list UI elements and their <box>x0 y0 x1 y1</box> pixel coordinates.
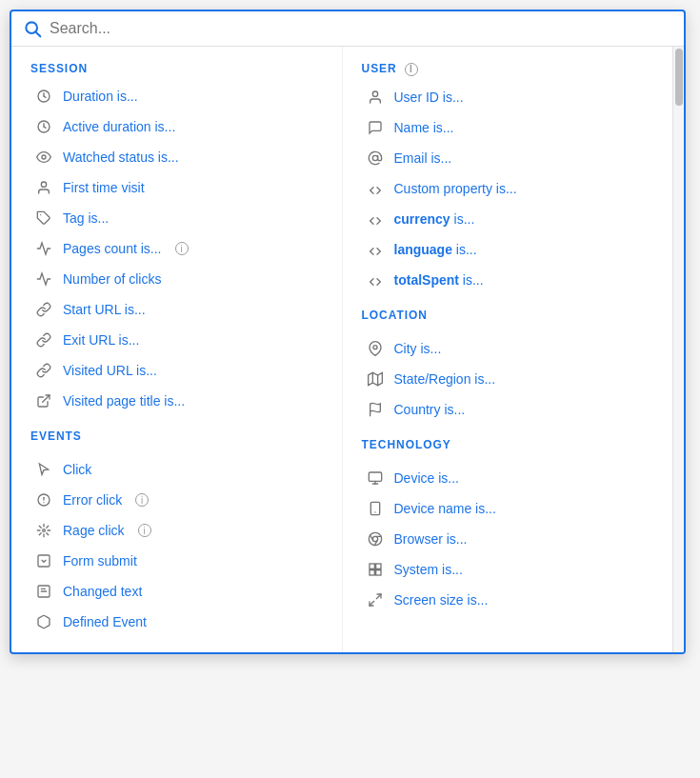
session-item-visited-url[interactable]: Visited URL is... <box>30 355 323 386</box>
form-icon <box>34 551 53 570</box>
user-item-total-spent[interactable]: totalSpent is... <box>362 265 654 295</box>
section-title-session: SESSION <box>30 62 323 75</box>
svg-line-11 <box>43 395 50 402</box>
user-item-name[interactable]: Name is... <box>362 112 654 143</box>
event-item-form-submit[interactable]: Form submit <box>30 546 323 576</box>
search-bar <box>11 11 684 47</box>
session-item-visited-url-label: Visited URL is... <box>63 363 157 378</box>
browser-icon <box>366 529 385 549</box>
error-icon <box>34 490 53 509</box>
event-item-defined-event-label: Defined Event <box>63 614 147 629</box>
text-icon <box>34 582 53 601</box>
section-title-user: USER i <box>362 62 654 76</box>
person-icon-2 <box>366 88 385 107</box>
code-icon-3 <box>366 240 385 259</box>
left-column: SESSION Duration is... Active duration i… <box>11 47 343 652</box>
dropdown-panel: SESSION Duration is... Active duration i… <box>10 10 686 654</box>
svg-point-21 <box>372 155 377 160</box>
person-icon <box>34 178 53 197</box>
user-item-custom-property[interactable]: Custom property is... <box>362 173 654 204</box>
session-item-pages-count[interactable]: Pages count is... i <box>30 233 323 264</box>
session-item-exit-url[interactable]: Exit URL is... <box>30 325 323 355</box>
tech-item-browser[interactable]: Browser is... <box>362 524 654 554</box>
session-item-duration-label: Duration is... <box>63 89 138 104</box>
user-item-custom-property-label: Custom property is... <box>394 181 517 196</box>
search-input[interactable] <box>50 20 672 37</box>
location-item-country[interactable]: Country is... <box>362 394 654 425</box>
columns-area: SESSION Duration is... Active duration i… <box>11 47 684 652</box>
scrollbar-thumb[interactable] <box>675 49 683 106</box>
svg-point-20 <box>372 91 377 96</box>
tech-item-screen-size[interactable]: Screen size is... <box>362 585 654 615</box>
session-item-active-duration[interactable]: Active duration is... <box>30 111 323 142</box>
eye-icon <box>34 148 53 167</box>
event-item-defined-event[interactable]: Defined Event <box>30 607 323 637</box>
location-item-state-label: State/Region is... <box>394 371 496 387</box>
windows-icon <box>366 560 385 579</box>
flag-icon <box>366 400 385 419</box>
event-item-rage-click[interactable]: Rage click i <box>30 515 323 546</box>
user-item-total-spent-label: totalSpent is... <box>394 272 484 288</box>
tech-item-system[interactable]: System is... <box>362 554 654 585</box>
chat-icon <box>366 118 385 137</box>
svg-rect-16 <box>38 555 50 567</box>
event-item-click[interactable]: Click <box>30 454 323 485</box>
activity-icon <box>34 239 53 258</box>
event-item-click-label: Click <box>63 462 91 477</box>
event-item-error-click[interactable]: Error click i <box>30 485 323 515</box>
session-item-start-url[interactable]: Start URL is... <box>30 294 323 325</box>
section-title-location: LOCATION <box>362 309 654 322</box>
rage-click-info-icon: i <box>138 524 151 537</box>
clock-icon <box>34 87 53 106</box>
event-item-rage-click-label: Rage click <box>63 523 125 538</box>
session-item-tag[interactable]: Tag is... <box>30 203 323 233</box>
svg-line-42 <box>370 601 374 606</box>
svg-marker-23 <box>368 372 382 385</box>
resize-icon <box>366 590 385 609</box>
tech-item-browser-label: Browser is... <box>394 531 468 547</box>
tech-item-device[interactable]: Device is... <box>362 463 654 493</box>
scrollbar[interactable] <box>672 47 684 652</box>
session-item-visited-title-label: Visited page title is... <box>63 393 185 409</box>
tech-item-device-name[interactable]: Device name is... <box>362 493 654 524</box>
svg-line-41 <box>376 594 381 599</box>
svg-line-7 <box>44 127 46 128</box>
user-item-email[interactable]: Email is... <box>362 143 654 173</box>
user-item-user-id[interactable]: User ID is... <box>362 82 654 112</box>
session-item-clicks-label: Number of clicks <box>63 271 161 287</box>
cursor-icon <box>34 460 53 479</box>
location-item-country-label: Country is... <box>394 402 466 417</box>
desktop-icon <box>366 469 385 488</box>
activity-icon-2 <box>34 269 53 289</box>
section-title-technology: TECHNOLOGY <box>362 438 654 451</box>
mobile-icon <box>366 499 385 518</box>
tag-icon <box>34 209 53 228</box>
svg-point-8 <box>42 155 46 159</box>
pages-count-info-icon: i <box>175 242 189 255</box>
session-item-exit-url-label: Exit URL is... <box>63 332 139 348</box>
user-item-user-id-label: User ID is... <box>394 90 464 105</box>
session-item-active-duration-label: Active duration is... <box>63 119 175 134</box>
session-item-start-url-label: Start URL is... <box>63 302 146 317</box>
session-item-clicks[interactable]: Number of clicks <box>30 264 323 294</box>
svg-line-1 <box>36 32 40 36</box>
user-item-email-label: Email is... <box>394 150 452 166</box>
user-item-currency[interactable]: currency is... <box>362 204 654 234</box>
session-item-visited-title[interactable]: Visited page title is... <box>30 386 323 416</box>
user-item-language[interactable]: language is... <box>362 234 654 265</box>
svg-rect-27 <box>369 472 381 481</box>
event-item-changed-text[interactable]: Changed text <box>30 576 323 607</box>
session-item-duration[interactable]: Duration is... <box>30 81 323 111</box>
external-icon <box>34 391 53 410</box>
session-item-pages-count-label: Pages count is... <box>63 241 162 256</box>
svg-point-22 <box>373 345 377 349</box>
session-item-first-visit[interactable]: First time visit <box>30 172 323 203</box>
location-item-city[interactable]: City is... <box>362 333 654 364</box>
svg-line-4 <box>44 96 46 97</box>
rage-icon <box>34 521 53 540</box>
event-item-error-click-label: Error click <box>63 492 122 508</box>
location-item-state[interactable]: State/Region is... <box>362 364 654 394</box>
session-item-watched-status[interactable]: Watched status is... <box>30 142 323 172</box>
user-item-currency-label: currency is... <box>394 211 475 227</box>
event-item-form-submit-label: Form submit <box>63 553 137 569</box>
